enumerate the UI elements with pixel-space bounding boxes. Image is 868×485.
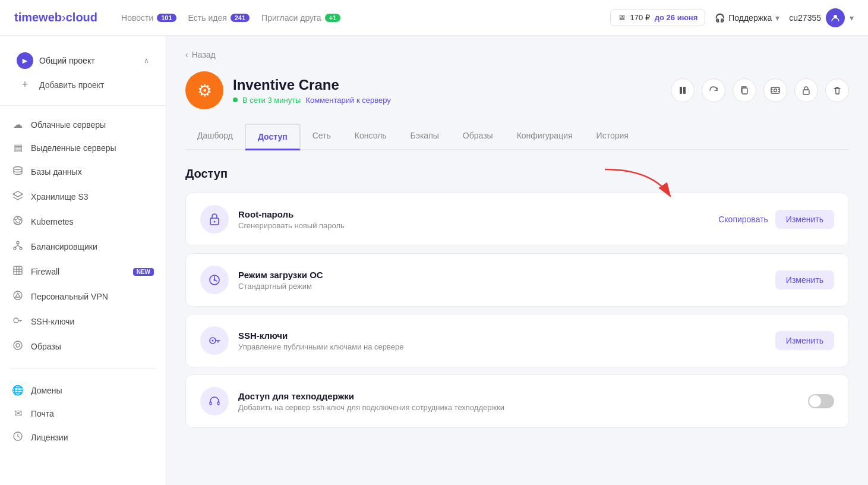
root-password-title: Root-пароль: [238, 209, 709, 219]
sidebar-item-cloud-servers[interactable]: ☁ Облачные серверы: [5, 113, 161, 136]
server-status: В сети 3 минуты Комментарий к серверу: [233, 96, 661, 105]
header: timeweb›cloud Новости 101 Есть идея 241 …: [0, 0, 868, 36]
tech-support-card: Доступ для техподдержки Добавить на серв…: [185, 374, 849, 428]
svg-point-21: [774, 89, 777, 92]
boot-mode-info: Режим загрузки ОС Стандартный режим: [238, 270, 766, 291]
delete-button[interactable]: [825, 78, 849, 102]
comment-link[interactable]: Комментарий к серверу: [305, 96, 390, 105]
nav-news[interactable]: Новости 101: [121, 13, 176, 23]
root-password-subtitle: Сгенерировать новый пароль: [238, 221, 709, 230]
support-button[interactable]: 🎧 Поддержка ▾: [715, 13, 779, 23]
firewall-icon: [12, 265, 24, 278]
change-ssh-keys-button[interactable]: Изменить: [775, 331, 834, 350]
project-icon: ►: [17, 52, 33, 69]
tab-dashboard[interactable]: Дашборд: [185, 124, 245, 150]
mail-icon: ✉: [12, 408, 24, 419]
tech-support-toggle[interactable]: [808, 394, 834, 408]
back-arrow-icon: ‹: [185, 50, 188, 59]
boot-mode-card: Режим загрузки ОС Стандартный режим Изме…: [185, 253, 849, 307]
add-project-button[interactable]: + Добавить проект: [10, 74, 156, 96]
screenshot-button[interactable]: [763, 78, 787, 102]
svg-rect-18: [683, 87, 686, 94]
tab-images[interactable]: Образы: [451, 124, 505, 150]
ssh-keys-subtitle: Управление публичными ключами на сервере: [238, 342, 766, 351]
tech-support-actions: [808, 394, 834, 408]
sidebar-item-kubernetes[interactable]: Kubernetes: [5, 209, 161, 234]
billing-amount: 170 ₽: [630, 13, 650, 22]
project-name: Общий проект: [39, 56, 95, 65]
nav-idea[interactable]: Есть идея 241: [188, 13, 250, 23]
sidebar-item-firewall[interactable]: Firewall NEW: [5, 259, 161, 284]
status-dot: [233, 97, 238, 102]
nav-news-badge: 101: [157, 14, 176, 22]
sidebar-main-section: ☁ Облачные серверы ▤ Выделенные серверы …: [0, 111, 166, 361]
tab-network[interactable]: Сеть: [301, 124, 343, 150]
svg-point-24: [214, 221, 216, 223]
header-nav: Новости 101 Есть идея 241 Пригласи друга…: [121, 13, 610, 23]
logo[interactable]: timeweb›cloud: [14, 11, 97, 24]
refresh-button[interactable]: [702, 78, 725, 102]
layout: ► Общий проект ∧ + Добавить проект ☁ Обл…: [0, 0, 868, 485]
svg-rect-8: [14, 266, 22, 275]
sidebar-item-ssh-keys[interactable]: SSH-ключи: [5, 309, 161, 334]
copy-server-button[interactable]: [733, 78, 756, 102]
database-icon: [12, 165, 24, 178]
licenses-icon: [12, 431, 24, 444]
sidebar-item-databases[interactable]: Базы данных: [5, 159, 161, 184]
copy-password-button[interactable]: Скопировать: [718, 215, 768, 224]
sidebar-item-domains[interactable]: 🌐 Домены: [5, 379, 161, 402]
svg-point-7: [20, 247, 22, 250]
sidebar-item-dedicated-servers[interactable]: ▤ Выделенные серверы: [5, 136, 161, 159]
key-icon: [12, 315, 24, 328]
sidebar-item-mail[interactable]: ✉ Почта: [5, 402, 161, 425]
boot-mode-title: Режим загрузки ОС: [238, 270, 766, 280]
headphone-icon: 🎧: [715, 13, 725, 23]
project-chevron-icon: ∧: [144, 56, 149, 65]
storage-icon: [12, 190, 24, 203]
server-header: ⚙ Inventive Crane В сети 3 минуты Коммен…: [185, 71, 849, 109]
tab-history[interactable]: История: [585, 124, 640, 150]
sidebar-item-dedicated-servers-label: Выделенные серверы: [31, 143, 116, 153]
svg-point-15: [16, 344, 20, 347]
svg-rect-17: [680, 87, 682, 94]
tab-access[interactable]: Доступ: [245, 124, 301, 150]
sidebar-item-balancers-label: Балансировщики: [31, 242, 97, 251]
tech-support-info: Доступ для техподдержки Добавить на серв…: [238, 391, 798, 412]
change-boot-mode-button[interactable]: Изменить: [775, 270, 834, 289]
nav-idea-label: Есть идея: [188, 13, 227, 23]
sidebar-item-storage[interactable]: Хранилище S3: [5, 184, 161, 209]
sidebar-item-vpn[interactable]: Персональный VPN: [5, 284, 161, 309]
user-menu[interactable]: cu27355 ▾: [789, 8, 854, 27]
logo-timeweb: timeweb: [14, 11, 62, 24]
boot-mode-icon-wrap: [200, 266, 229, 294]
pause-button[interactable]: [671, 78, 695, 102]
tab-configuration[interactable]: Конфигурация: [505, 124, 585, 150]
tab-backups[interactable]: Бэкапы: [399, 124, 451, 150]
svg-point-5: [17, 241, 19, 244]
nav-invite[interactable]: Пригласи друга +1: [261, 13, 340, 23]
access-section-title: Доступ: [185, 167, 849, 181]
sidebar-item-balancers[interactable]: Балансировщики: [5, 234, 161, 259]
lock-button[interactable]: [794, 78, 818, 102]
firewall-new-badge: NEW: [133, 268, 154, 276]
username: cu27355: [789, 13, 821, 23]
tab-console[interactable]: Консоль: [343, 124, 399, 150]
back-button[interactable]: ‹ Назад: [185, 50, 849, 59]
svg-rect-19: [742, 88, 747, 94]
root-password-icon-wrap: [200, 205, 229, 234]
change-password-button[interactable]: Изменить: [775, 210, 834, 229]
boot-mode-subtitle: Стандартный режим: [238, 282, 766, 291]
server-actions: [671, 78, 849, 102]
current-project[interactable]: ► Общий проект ∧: [10, 48, 156, 74]
billing-info[interactable]: 🖥 170 ₽ до 26 июня: [610, 9, 706, 26]
billing-icon: 🖥: [618, 13, 626, 22]
sidebar-item-licenses[interactable]: Лицензии: [5, 425, 161, 450]
add-project-label: Добавить проект: [39, 80, 104, 90]
svg-marker-4: [14, 217, 21, 224]
ssh-keys-icon-wrap: [200, 326, 229, 355]
boot-mode-actions: Изменить: [775, 270, 834, 289]
sidebar-secondary-section: 🌐 Домены ✉ Почта Лицензии: [0, 376, 166, 452]
vpn-icon: [12, 290, 24, 303]
back-label: Назад: [192, 50, 216, 59]
sidebar-item-images[interactable]: Образы: [5, 334, 161, 359]
